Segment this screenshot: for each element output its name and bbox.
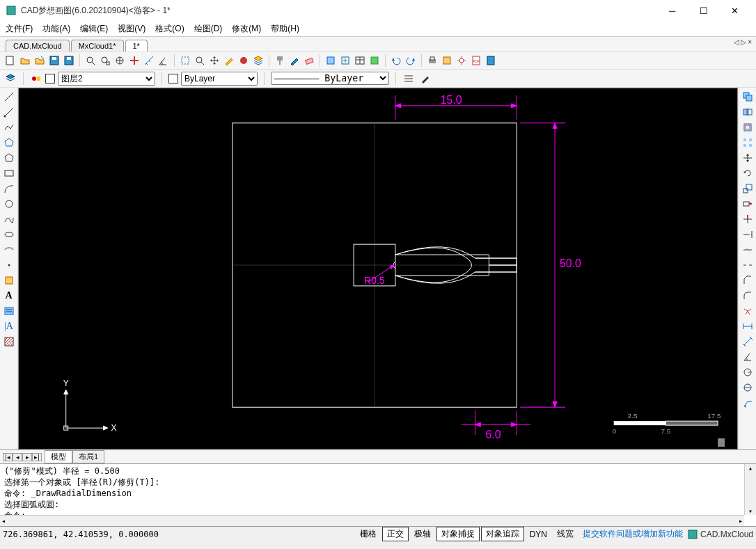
new-icon[interactable] bbox=[4, 54, 17, 67]
dim-radius-icon[interactable] bbox=[741, 366, 754, 379]
array-icon[interactable] bbox=[741, 136, 754, 149]
trim-icon[interactable] bbox=[741, 213, 754, 225]
menu-edit[interactable]: 编辑(E) bbox=[80, 23, 108, 35]
select-icon[interactable] bbox=[179, 54, 191, 67]
toggle-grid[interactable]: 栅格 bbox=[356, 527, 381, 541]
dim-linear-icon[interactable] bbox=[741, 320, 754, 333]
doc-tab-2[interactable]: 1* bbox=[125, 40, 148, 51]
pdf-icon[interactable]: PDF bbox=[470, 54, 482, 67]
toggle-lwt[interactable]: 线宽 bbox=[553, 527, 578, 541]
dim-angular-icon[interactable] bbox=[741, 351, 754, 363]
spline-icon[interactable] bbox=[3, 213, 15, 225]
paint-icon[interactable] bbox=[274, 54, 286, 67]
hatch-icon[interactable] bbox=[368, 54, 381, 67]
layout-next-icon[interactable]: ▸ bbox=[22, 453, 32, 461]
dtext-icon[interactable]: |A bbox=[3, 320, 15, 333]
ellipse-icon[interactable] bbox=[3, 228, 15, 241]
text-icon[interactable]: A bbox=[3, 289, 15, 302]
layout-first-icon[interactable]: |◂ bbox=[3, 453, 13, 461]
zoom2-icon[interactable] bbox=[194, 54, 206, 67]
tab-close-icon[interactable]: × bbox=[748, 38, 752, 46]
toggle-dyn[interactable]: DYN bbox=[526, 529, 551, 540]
rotate-icon[interactable] bbox=[741, 167, 754, 180]
color-bylayer-dropdown[interactable]: ByLayer bbox=[181, 72, 258, 86]
minimize-button[interactable]: ─ bbox=[656, 0, 688, 21]
block-icon[interactable] bbox=[324, 54, 337, 67]
line-icon[interactable] bbox=[3, 90, 15, 103]
block2-icon[interactable] bbox=[3, 274, 15, 287]
break-icon[interactable] bbox=[741, 244, 754, 256]
move2-icon[interactable] bbox=[741, 152, 754, 164]
ellipse-arc-icon[interactable] bbox=[3, 244, 15, 256]
copy-icon[interactable] bbox=[741, 90, 754, 103]
saveas-icon[interactable] bbox=[63, 54, 75, 67]
toggle-otrack[interactable]: 对象追踪 bbox=[481, 527, 524, 541]
layout-last-icon[interactable]: ▸| bbox=[32, 453, 42, 461]
ray-icon[interactable] bbox=[3, 106, 15, 118]
tab-prev-icon[interactable]: ◁ bbox=[734, 38, 739, 46]
edit-icon[interactable] bbox=[223, 54, 235, 67]
open2-icon[interactable] bbox=[33, 54, 46, 67]
mtext-icon[interactable] bbox=[3, 305, 15, 317]
point-icon[interactable] bbox=[3, 259, 15, 271]
leader-icon[interactable] bbox=[741, 397, 754, 409]
maximize-button[interactable]: ☐ bbox=[688, 0, 719, 21]
offset-icon[interactable] bbox=[741, 121, 754, 134]
polygon2-icon[interactable] bbox=[3, 152, 15, 164]
hatch2-icon[interactable] bbox=[3, 335, 15, 348]
menu-view[interactable]: 视图(V) bbox=[118, 23, 145, 35]
layers-icon[interactable] bbox=[252, 54, 265, 67]
cmd-vscroll[interactable]: ▴▾ bbox=[744, 464, 756, 515]
layout-prev-icon[interactable]: ◂ bbox=[13, 453, 22, 461]
move-icon[interactable] bbox=[208, 54, 221, 67]
tab-next-icon[interactable]: ▷ bbox=[741, 38, 746, 46]
zoom-window-icon[interactable] bbox=[99, 54, 111, 67]
layer-color-swatch[interactable] bbox=[45, 74, 55, 83]
circle-icon[interactable] bbox=[3, 198, 15, 210]
explode-icon[interactable] bbox=[741, 305, 754, 317]
layer-state-icon[interactable] bbox=[30, 72, 42, 85]
toggle-osnap[interactable]: 对象捕捉 bbox=[436, 527, 480, 541]
table-icon[interactable] bbox=[354, 54, 366, 67]
redo-icon[interactable] bbox=[404, 54, 417, 67]
fillet-icon[interactable] bbox=[741, 289, 754, 302]
layer-dropdown[interactable]: 图层2 bbox=[58, 72, 155, 86]
layout-tab-model[interactable]: 模型 bbox=[45, 450, 72, 463]
toggle-ortho[interactable]: 正交 bbox=[382, 527, 409, 541]
menu-function[interactable]: 功能(A) bbox=[42, 23, 70, 35]
scale-icon[interactable] bbox=[741, 182, 754, 195]
mirror-icon[interactable] bbox=[741, 106, 754, 118]
menu-help[interactable]: 帮助(H) bbox=[271, 23, 299, 35]
color-swatch[interactable] bbox=[168, 74, 178, 83]
undo-icon[interactable] bbox=[390, 54, 402, 67]
brush-icon[interactable] bbox=[288, 54, 301, 67]
cmd-hscroll[interactable]: ◂▸ bbox=[0, 515, 744, 526]
drawing-canvas[interactable]: 15.0 50.0 6.0 bbox=[18, 88, 738, 449]
menu-draw[interactable]: 绘图(D) bbox=[194, 23, 223, 35]
measure-icon[interactable] bbox=[143, 54, 155, 67]
angle-icon[interactable] bbox=[157, 54, 170, 67]
polyline-icon[interactable] bbox=[3, 121, 15, 134]
layer-manager-icon[interactable] bbox=[4, 72, 17, 85]
erase-icon[interactable] bbox=[303, 54, 315, 67]
close-button[interactable]: ✕ bbox=[719, 0, 750, 21]
export-icon[interactable] bbox=[441, 54, 453, 67]
dim-diameter-icon[interactable] bbox=[741, 381, 754, 394]
zoom-extents-icon[interactable] bbox=[113, 54, 126, 67]
layout-tab-1[interactable]: 布局1 bbox=[72, 450, 104, 463]
polygon-icon[interactable] bbox=[3, 136, 15, 149]
extend-icon[interactable] bbox=[741, 228, 754, 241]
settings-icon[interactable] bbox=[455, 54, 468, 67]
toggle-polar[interactable]: 极轴 bbox=[410, 527, 435, 541]
menu-file[interactable]: 文件(F) bbox=[6, 23, 33, 35]
break2-icon[interactable] bbox=[741, 259, 754, 271]
print-icon[interactable] bbox=[426, 54, 439, 67]
open-icon[interactable] bbox=[19, 54, 31, 67]
matchprop-icon[interactable] bbox=[419, 72, 432, 85]
rectangle-icon[interactable] bbox=[3, 167, 15, 180]
menu-modify[interactable]: 修改(M) bbox=[232, 23, 261, 35]
dim-aligned-icon[interactable] bbox=[741, 335, 754, 348]
linetype-bylayer-dropdown[interactable]: ———————— ByLayer bbox=[271, 72, 389, 85]
lineweight-icon[interactable] bbox=[402, 72, 415, 85]
zoom-icon[interactable] bbox=[84, 54, 97, 67]
